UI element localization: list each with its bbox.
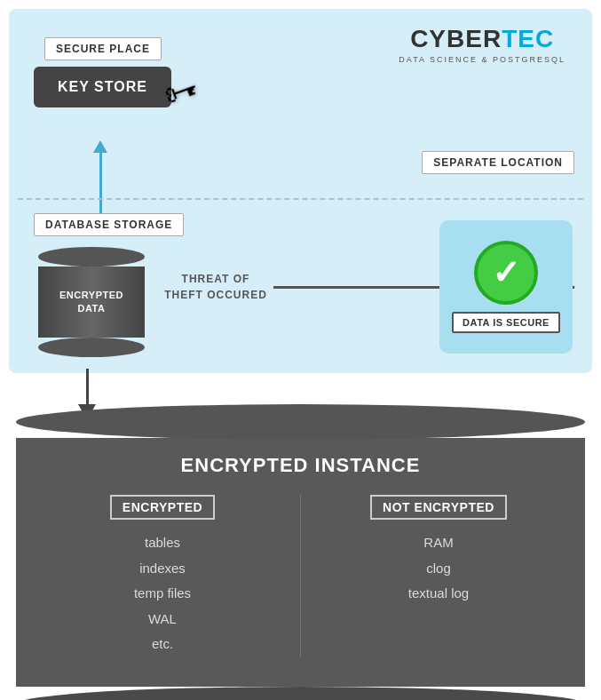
threat-text: THREAT OFTHEFT OCCURED <box>158 271 273 303</box>
cylinder-body: ENCRYPTEDDATA <box>38 266 145 338</box>
big-cylinder-top <box>16 404 585 440</box>
logo-cyber-part: CYBER <box>410 25 502 52</box>
key-store-box: KEY STORE <box>34 67 171 107</box>
top-section: CYBERTEC DATA SCIENCE & POSTGRESQL SECUR… <box>9 9 592 373</box>
encrypted-column: ENCRYPTED tables indexes temp files WAL … <box>43 495 301 657</box>
big-cylinder-bottom <box>16 687 585 700</box>
columns-area: ENCRYPTED tables indexes temp files WAL … <box>16 486 585 675</box>
not-encrypted-item-textual: textual log <box>319 581 558 607</box>
not-encrypted-column: NOT ENCRYPTED RAM clog textual log <box>301 495 558 657</box>
logo-tec-part: TEC <box>502 25 554 52</box>
checkmark-icon: ✓ <box>474 241 538 305</box>
logo-area: CYBERTEC DATA SCIENCE & POSTGRESQL <box>399 25 565 64</box>
logo-subtitle: DATA SCIENCE & POSTGRESQL <box>399 55 565 64</box>
down-arrow-line <box>86 369 89 404</box>
dashed-divider <box>18 198 583 200</box>
encrypted-item-etc: etc. <box>43 632 282 657</box>
encrypted-header: ENCRYPTED <box>110 495 215 520</box>
main-container: CYBERTEC DATA SCIENCE & POSTGRESQL SECUR… <box>0 0 601 700</box>
encrypted-instance-cylinder: ENCRYPTED INSTANCE ENCRYPTED tables inde… <box>16 404 585 700</box>
not-encrypted-header: NOT ENCRYPTED <box>370 495 507 520</box>
arrow-up-head <box>93 140 107 153</box>
data-secure-box: ✓ DATA IS SECURE <box>439 220 573 354</box>
cylinder-label: ENCRYPTEDDATA <box>59 289 123 316</box>
cylinder-bottom <box>38 338 145 357</box>
db-storage-label: DATABASE STORAGE <box>34 213 184 236</box>
not-encrypted-item-clog: clog <box>319 556 558 582</box>
data-secure-label: DATA IS SECURE <box>452 312 560 333</box>
big-cylinder-body: ENCRYPTED INSTANCE ENCRYPTED tables inde… <box>16 438 585 687</box>
encrypted-item-tables: tables <box>43 530 282 556</box>
logo-text: CYBERTEC <box>399 25 565 53</box>
encrypted-item-wal: WAL <box>43 607 282 632</box>
encrypted-instance-title: ENCRYPTED INSTANCE <box>16 438 585 486</box>
encrypted-data-cylinder: ENCRYPTEDDATA <box>34 247 149 357</box>
secure-place-label: SECURE PLACE <box>44 37 162 60</box>
encrypted-item-indexes: indexes <box>43 556 282 582</box>
not-encrypted-item-ram: RAM <box>319 530 558 556</box>
cylinder-top <box>38 247 145 266</box>
arrow-line <box>99 153 102 215</box>
encrypted-item-temp: temp files <box>43 581 282 607</box>
separate-location-label: SEPARATE LOCATION <box>422 151 574 174</box>
